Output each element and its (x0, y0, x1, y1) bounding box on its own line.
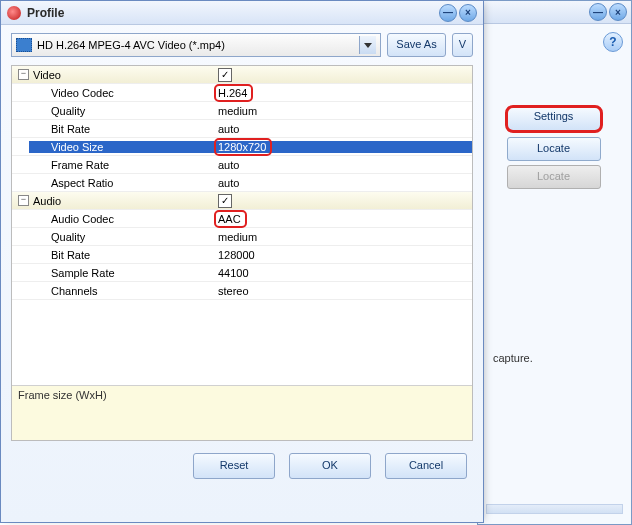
property-value[interactable]: 1280x720 (214, 141, 472, 153)
property-name: Bit Rate (29, 249, 214, 261)
property-row[interactable]: Bit Rateauto (12, 120, 472, 138)
property-row[interactable]: Qualitymedium (12, 102, 472, 120)
group-header[interactable]: −Audio✓ (12, 192, 472, 210)
film-icon (16, 38, 32, 52)
bg-status-bar (486, 504, 623, 514)
property-value[interactable]: 44100 (214, 267, 472, 279)
property-row[interactable]: Sample Rate44100 (12, 264, 472, 282)
property-value[interactable]: medium (214, 231, 472, 243)
property-name: Video Size (29, 141, 214, 153)
help-button[interactable]: ? (603, 32, 623, 52)
background-window: — × ? Settings Locate Locate capture. (477, 0, 632, 525)
property-row[interactable]: Video CodecH.264 (12, 84, 472, 102)
close-button[interactable]: × (459, 4, 477, 22)
property-value[interactable]: 128000 (214, 249, 472, 261)
property-row[interactable]: Channelsstereo (12, 282, 472, 300)
group-name: Video (29, 69, 214, 81)
v-button[interactable]: V (452, 33, 473, 57)
window-title: Profile (27, 6, 437, 20)
property-row[interactable]: Aspect Ratioauto (12, 174, 472, 192)
bg-close-button[interactable]: × (609, 3, 627, 21)
expander-icon[interactable]: − (18, 69, 29, 80)
bg-titlebar: — × (478, 1, 631, 24)
toolbar: HD H.264 MPEG-4 AVC Video (*.mp4) Save A… (1, 25, 483, 65)
property-name: Channels (29, 285, 214, 297)
property-row[interactable]: Audio CodecAAC (12, 210, 472, 228)
property-name: Bit Rate (29, 123, 214, 135)
property-value[interactable]: auto (214, 159, 472, 171)
property-value[interactable]: H.264 (214, 87, 472, 99)
property-value[interactable]: AAC (214, 213, 472, 225)
property-name: Audio Codec (29, 213, 214, 225)
profile-select-value: HD H.264 MPEG-4 AVC Video (*.mp4) (37, 39, 225, 51)
property-value[interactable]: medium (214, 105, 472, 117)
profile-select[interactable]: HD H.264 MPEG-4 AVC Video (*.mp4) (11, 33, 381, 57)
side-buttons-area: Settings Locate Locate (486, 101, 621, 193)
footer: Reset OK Cancel (1, 441, 483, 491)
property-name: Frame Rate (29, 159, 214, 171)
checkbox[interactable]: ✓ (218, 194, 232, 208)
expander-icon[interactable]: − (18, 195, 29, 206)
property-name: Sample Rate (29, 267, 214, 279)
dropdown-arrow-icon (359, 36, 376, 54)
group-value: ✓ (214, 194, 472, 208)
property-row[interactable]: Bit Rate128000 (12, 246, 472, 264)
profile-titlebar: Profile — × (1, 1, 483, 25)
bg-text-fragment: capture. (493, 352, 533, 364)
save-as-button[interactable]: Save As (387, 33, 445, 57)
app-icon (7, 6, 21, 20)
property-name: Quality (29, 231, 214, 243)
property-row[interactable]: Frame Rateauto (12, 156, 472, 174)
group-name: Audio (29, 195, 214, 207)
grid-body: −Video✓Video CodecH.264QualitymediumBit … (12, 66, 472, 381)
ok-button[interactable]: OK (289, 453, 371, 479)
property-value[interactable]: auto (214, 123, 472, 135)
property-name: Video Codec (29, 87, 214, 99)
property-name: Quality (29, 105, 214, 117)
description-box: Frame size (WxH) (12, 385, 472, 440)
locate-disabled-button: Locate (507, 165, 601, 189)
settings-button[interactable]: Settings (505, 105, 603, 133)
profile-window: Profile — × HD H.264 MPEG-4 AVC Video (*… (0, 0, 484, 523)
group-value: ✓ (214, 68, 472, 82)
cancel-button[interactable]: Cancel (385, 453, 467, 479)
bg-minimize-button[interactable]: — (589, 3, 607, 21)
locate-button[interactable]: Locate (507, 137, 601, 161)
property-value[interactable]: stereo (214, 285, 472, 297)
checkbox[interactable]: ✓ (218, 68, 232, 82)
group-header[interactable]: −Video✓ (12, 66, 472, 84)
property-value[interactable]: auto (214, 177, 472, 189)
minimize-button[interactable]: — (439, 4, 457, 22)
property-row[interactable]: Video Size1280x720 (12, 138, 472, 156)
property-grid: −Video✓Video CodecH.264QualitymediumBit … (11, 65, 473, 441)
property-name: Aspect Ratio (29, 177, 214, 189)
property-row[interactable]: Qualitymedium (12, 228, 472, 246)
reset-button[interactable]: Reset (193, 453, 275, 479)
